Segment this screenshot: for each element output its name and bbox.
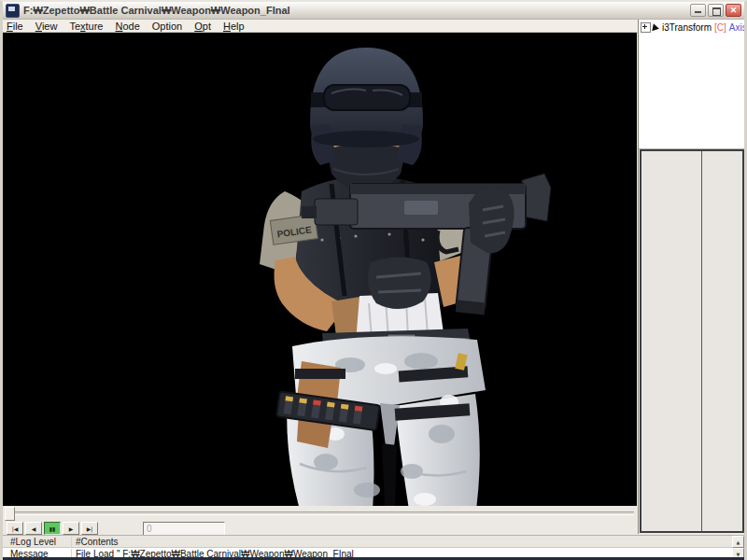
next-frame-button[interactable]: ▶: [63, 522, 79, 535]
timeline-trackbar[interactable]: [3, 506, 637, 521]
maximize-icon: [712, 7, 721, 16]
property-column-left[interactable]: [641, 151, 702, 531]
window-title: F:₩Zepetto₩Battle Carnival₩Weapon₩Weapon…: [23, 5, 690, 16]
transform-node-icon: [652, 23, 660, 32]
menubar: FileViewTextureNodeOptionOptHelp: [3, 20, 641, 33]
menu-option[interactable]: Option: [152, 21, 182, 32]
menu-help[interactable]: Help: [223, 21, 245, 32]
pause-button[interactable]: ▮▮: [44, 522, 61, 535]
trackbar-thumb[interactable]: [5, 507, 15, 521]
maximize-button[interactable]: [708, 4, 724, 17]
app-icon: [6, 4, 20, 18]
tree-node-tag: [C]: [714, 22, 726, 33]
expand-plus-icon[interactable]: [641, 22, 651, 33]
property-panel: [640, 149, 744, 533]
scroll-up-button[interactable]: ▲: [732, 536, 744, 548]
menu-file[interactable]: File: [7, 21, 23, 32]
log-level-header: #Log Level: [3, 537, 71, 547]
log-panel: #Log Level #Contents Message File Load "…: [3, 535, 744, 560]
property-column-right[interactable]: [702, 151, 742, 531]
tree-node-name: i3Transform: [662, 22, 712, 33]
titlebar[interactable]: F:₩Zepetto₩Battle Carnival₩Weapon₩Weapon…: [3, 2, 744, 20]
scene-tree[interactable]: i3Transform [C] AxisRotate: [639, 20, 745, 149]
menu-node[interactable]: Node: [116, 21, 140, 32]
last-frame-button[interactable]: ▶|: [81, 522, 98, 535]
tree-item-i3transform[interactable]: i3Transform [C] AxisRotate: [639, 20, 745, 33]
trackbar-groove: [6, 511, 634, 515]
transport-controls: |◀◀▮▮▶▶|: [3, 521, 637, 536]
menu-opt[interactable]: Opt: [194, 21, 211, 32]
character-model: POLICE: [3, 33, 637, 506]
menu-texture[interactable]: Texture: [69, 21, 103, 32]
scroll-down-icon: ▼: [737, 552, 740, 557]
minimize-icon: [695, 11, 701, 13]
tree-node-controller: AxisRotate: [729, 22, 745, 33]
app-window: F:₩Zepetto₩Battle Carnival₩Weapon₩Weapon…: [0, 0, 747, 560]
minimize-button[interactable]: [690, 4, 706, 17]
first-frame-button[interactable]: |◀: [7, 522, 23, 535]
right-pane: i3Transform [C] AxisRotate: [638, 20, 745, 534]
frame-number-field[interactable]: [143, 522, 225, 536]
close-button[interactable]: ✕: [726, 4, 741, 17]
window-controls: ✕: [690, 4, 741, 17]
viewport-3d[interactable]: POLICE: [3, 33, 637, 506]
scroll-up-icon: ▲: [737, 539, 740, 545]
log-contents-header: #Contents: [71, 537, 744, 547]
log-header-row: #Log Level #Contents: [3, 536, 744, 548]
prev-frame-button[interactable]: ◀: [25, 522, 42, 535]
menu-view[interactable]: View: [35, 21, 58, 32]
